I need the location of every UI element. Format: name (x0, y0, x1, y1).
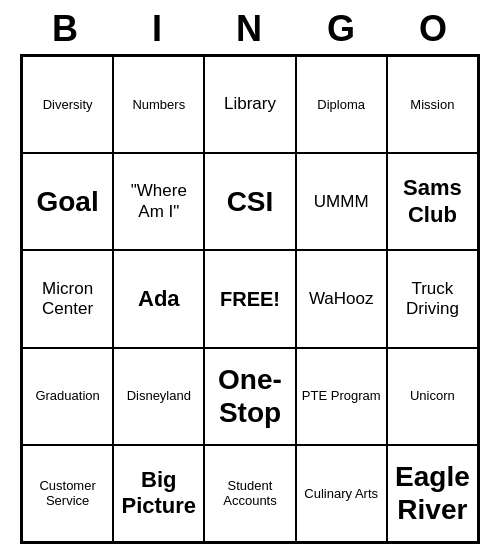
bingo-cell: UMMM (296, 153, 387, 250)
cell-label: Diploma (317, 97, 365, 113)
bingo-cell: WaHooz (296, 250, 387, 347)
cell-label: WaHooz (309, 289, 374, 309)
bingo-cell: Truck Driving (387, 250, 478, 347)
cell-label: Library (224, 94, 276, 114)
bingo-cell: Customer Service (22, 445, 113, 542)
bingo-cell: Disneyland (113, 348, 204, 445)
bingo-grid: DiversityNumbersLibraryDiplomaMissionGoa… (20, 54, 480, 544)
cell-label: Mission (410, 97, 454, 113)
bingo-cell: Library (204, 56, 295, 153)
cell-label: Truck Driving (392, 279, 473, 320)
cell-label: Student Accounts (209, 478, 290, 509)
cell-label: Goal (36, 185, 98, 219)
bingo-cell: Student Accounts (204, 445, 295, 542)
bingo-cell: Ada (113, 250, 204, 347)
bingo-cell: Culinary Arts (296, 445, 387, 542)
cell-label: CSI (227, 185, 274, 219)
bingo-cell: Goal (22, 153, 113, 250)
bingo-cell: One-Stop (204, 348, 295, 445)
bingo-cell: Mission (387, 56, 478, 153)
bingo-cell: Numbers (113, 56, 204, 153)
bingo-cell: Sams Club (387, 153, 478, 250)
bingo-cell: Eagle River (387, 445, 478, 542)
bingo-cell: Graduation (22, 348, 113, 445)
cell-label: Big Picture (118, 467, 199, 520)
bingo-letter: G (298, 8, 386, 50)
bingo-letter: O (390, 8, 478, 50)
cell-label: One-Stop (209, 363, 290, 430)
cell-label: Customer Service (27, 478, 108, 509)
bingo-letter: B (22, 8, 110, 50)
cell-label: Micron Center (27, 279, 108, 320)
cell-label: "Where Am I" (118, 181, 199, 222)
cell-label: Culinary Arts (304, 486, 378, 502)
bingo-cell: Big Picture (113, 445, 204, 542)
cell-label: Eagle River (392, 460, 473, 527)
bingo-letter: I (114, 8, 202, 50)
cell-label: Sams Club (392, 175, 473, 228)
bingo-cell: PTE Program (296, 348, 387, 445)
bingo-cell: CSI (204, 153, 295, 250)
cell-label: Diversity (43, 97, 93, 113)
bingo-cell: FREE! (204, 250, 295, 347)
bingo-letter: N (206, 8, 294, 50)
bingo-cell: "Where Am I" (113, 153, 204, 250)
bingo-header: BINGO (20, 0, 480, 54)
cell-label: Numbers (132, 97, 185, 113)
bingo-cell: Diploma (296, 56, 387, 153)
bingo-cell: Micron Center (22, 250, 113, 347)
cell-label: FREE! (220, 287, 280, 311)
cell-label: Ada (138, 286, 180, 312)
cell-label: UMMM (314, 192, 369, 212)
bingo-cell: Unicorn (387, 348, 478, 445)
cell-label: PTE Program (302, 388, 381, 404)
cell-label: Unicorn (410, 388, 455, 404)
cell-label: Disneyland (127, 388, 191, 404)
bingo-cell: Diversity (22, 56, 113, 153)
cell-label: Graduation (35, 388, 99, 404)
